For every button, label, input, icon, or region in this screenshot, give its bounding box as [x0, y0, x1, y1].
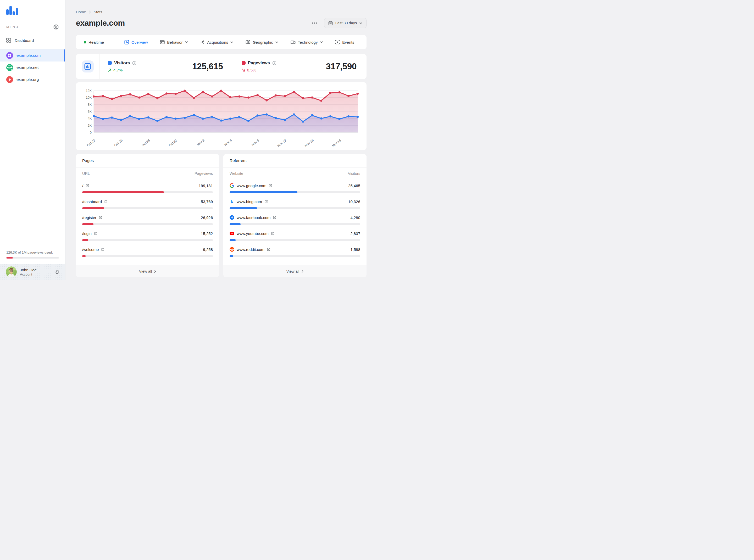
tab-technology[interactable]: Technology: [291, 40, 323, 44]
visitors-point[interactable]: [93, 115, 95, 117]
pageviews-point[interactable]: [111, 98, 113, 100]
visitors-point[interactable]: [311, 114, 313, 117]
sidebar-item-dashboard[interactable]: Dashboard: [0, 35, 65, 46]
pageviews-point[interactable]: [175, 93, 177, 95]
visitors-point[interactable]: [138, 118, 140, 120]
pageviews-point[interactable]: [329, 92, 331, 94]
sidebar-site-example-com[interactable]: example.com: [0, 49, 65, 61]
visitors-point[interactable]: [166, 116, 168, 118]
visitors-point[interactable]: [193, 114, 195, 116]
visitors-point[interactable]: [111, 117, 113, 119]
visitors-point[interactable]: [175, 118, 177, 120]
page-url-link[interactable]: /login: [82, 231, 97, 236]
pageviews-point[interactable]: [247, 97, 250, 99]
visitors-point[interactable]: [247, 120, 250, 122]
tab-label: Geographic: [253, 40, 273, 44]
pageviews-point[interactable]: [238, 96, 240, 98]
view-all-pages-button[interactable]: View all: [76, 265, 219, 277]
visitors-point[interactable]: [148, 117, 150, 119]
view-all-referrers-button[interactable]: View all: [223, 265, 367, 277]
theme-palette-button[interactable]: [53, 24, 59, 30]
pageviews-point[interactable]: [193, 97, 195, 99]
pageviews-point[interactable]: [256, 94, 259, 96]
pageviews-point[interactable]: [120, 95, 122, 97]
pageviews-point[interactable]: [129, 94, 131, 96]
pageviews-point[interactable]: [220, 90, 222, 92]
page-url-link[interactable]: /: [82, 183, 89, 188]
visitors-point[interactable]: [266, 113, 268, 115]
tab-acquisitions[interactable]: Acquisitions: [200, 40, 233, 44]
date-range-button[interactable]: Last 30 days: [324, 18, 367, 28]
visitors-point[interactable]: [256, 114, 259, 117]
referrer-link[interactable]: www.bing.com: [230, 199, 268, 204]
visitors-point[interactable]: [338, 118, 340, 120]
visitors-point[interactable]: [220, 120, 222, 122]
tab-behavior[interactable]: Behavior: [160, 40, 188, 44]
pageviews-point[interactable]: [338, 91, 340, 94]
tab-events[interactable]: Events: [335, 40, 354, 44]
visitors-point[interactable]: [356, 116, 359, 118]
arrow-down-right-icon: [241, 68, 245, 72]
visitors-point[interactable]: [202, 118, 204, 120]
pageviews-point[interactable]: [202, 91, 204, 93]
visitors-point[interactable]: [320, 118, 322, 120]
pageviews-point[interactable]: [156, 97, 158, 99]
info-icon[interactable]: [272, 61, 276, 65]
sidebar-item-label: Dashboard: [15, 38, 34, 43]
tab-geographic[interactable]: Geographic: [246, 40, 278, 44]
referrer-link[interactable]: www.google.com: [230, 183, 272, 188]
visitors-point[interactable]: [102, 118, 104, 120]
breadcrumb-home[interactable]: Home: [76, 10, 86, 14]
usage-progress-fill: [6, 257, 13, 259]
tab-realtime[interactable]: Realtime: [76, 35, 112, 49]
visitors-point[interactable]: [275, 117, 277, 119]
visitors-point[interactable]: [229, 118, 231, 120]
pageviews-point[interactable]: [102, 95, 104, 97]
visitors-point[interactable]: [329, 115, 331, 118]
pageviews-point[interactable]: [266, 99, 268, 101]
referrer-link[interactable]: www.youtube.com: [230, 231, 274, 236]
pageviews-point[interactable]: [148, 93, 150, 95]
info-icon[interactable]: [132, 61, 136, 65]
pageviews-point[interactable]: [166, 93, 168, 95]
visitors-point[interactable]: [284, 119, 286, 121]
pageviews-point[interactable]: [284, 95, 286, 97]
pageviews-point[interactable]: [311, 97, 313, 99]
more-options-button[interactable]: [311, 21, 318, 25]
logout-icon: [54, 269, 59, 275]
page-url-link[interactable]: /dashboard: [82, 199, 108, 204]
visitors-point[interactable]: [293, 113, 295, 115]
pageviews-label: Pageviews: [248, 60, 270, 65]
visitors-point[interactable]: [211, 116, 213, 118]
visitors-point[interactable]: [238, 116, 240, 118]
visitors-point[interactable]: [302, 121, 304, 123]
logout-button[interactable]: [54, 269, 59, 275]
pageviews-point[interactable]: [347, 95, 349, 97]
pageviews-point[interactable]: [302, 97, 304, 99]
page-url-link[interactable]: /welcome: [82, 247, 104, 252]
pageviews-point[interactable]: [275, 95, 277, 97]
pageviews-point[interactable]: [211, 96, 213, 98]
visitors-point[interactable]: [347, 115, 349, 118]
account-section[interactable]: John Doe Account: [0, 264, 65, 280]
visitors-point[interactable]: [156, 120, 158, 122]
referrer-link[interactable]: www.reddit.com: [230, 247, 270, 252]
pageviews-point[interactable]: [356, 93, 359, 95]
sidebar-site-example-org[interactable]: example.org: [0, 74, 65, 85]
page-url-link[interactable]: /register: [82, 215, 102, 220]
pageviews-point[interactable]: [93, 96, 95, 98]
pageviews-point[interactable]: [320, 100, 322, 102]
referrer-link[interactable]: www.facebook.com: [230, 215, 276, 220]
visitors-point[interactable]: [129, 115, 131, 117]
pageviews-point[interactable]: [229, 96, 231, 98]
pageviews-point[interactable]: [293, 91, 295, 93]
app-logo[interactable]: [0, 0, 65, 15]
sidebar-site-example-net[interactable]: example.net: [0, 61, 65, 74]
visitors-point[interactable]: [184, 117, 186, 119]
pageviews-point[interactable]: [184, 90, 186, 92]
pageviews-point[interactable]: [138, 97, 140, 99]
visitors-point[interactable]: [120, 119, 122, 121]
y-tick-label: 10K: [86, 96, 92, 99]
x-tick-label: Nov 12: [277, 138, 287, 147]
tab-overview[interactable]: Overview: [124, 40, 148, 44]
